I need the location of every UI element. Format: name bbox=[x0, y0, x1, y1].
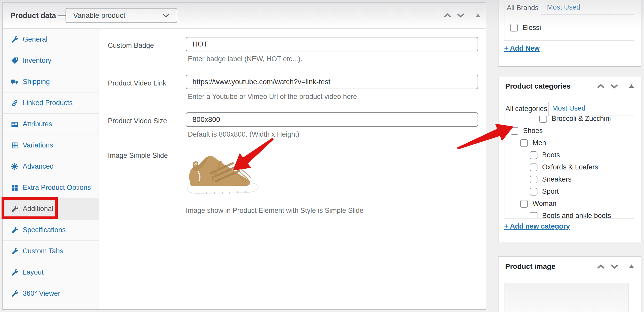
sidebar-tab-label: Linked Products bbox=[23, 99, 73, 107]
sidebar-tab-inventory[interactable]: Inventory bbox=[3, 50, 99, 71]
category-checkbox[interactable] bbox=[530, 176, 537, 183]
wrench-icon bbox=[11, 205, 19, 213]
sidebar-tab-extra-product-options[interactable]: Extra Product Options bbox=[3, 177, 99, 198]
product-data-header: Product data — Variable product bbox=[3, 3, 486, 29]
panel-controls bbox=[444, 3, 480, 28]
category-checkbox[interactable] bbox=[530, 212, 537, 219]
category-checkbox[interactable] bbox=[539, 115, 547, 123]
category-checkbox[interactable] bbox=[530, 151, 537, 159]
product-video-link-row: Product Video LinkEnter a Youtube or Vim… bbox=[99, 75, 486, 113]
categories-panel-header: Product categories bbox=[498, 77, 641, 95]
brand-checkbox[interactable] bbox=[510, 24, 518, 32]
sidebar-tab-linked-products[interactable]: Linked Products bbox=[3, 92, 99, 114]
category-row-oxfords-loafers: Oxfords & Loafers bbox=[504, 161, 634, 173]
product-image-header: Product image bbox=[498, 257, 641, 276]
sidebar-tab-custom-tabs[interactable]: Custom Tabs bbox=[3, 241, 99, 262]
sidebar-tab-label: General bbox=[23, 35, 47, 43]
category-label[interactable]: Sport bbox=[542, 188, 559, 196]
grid-icon bbox=[11, 142, 19, 149]
sidebar-tab-360-viewer[interactable]: 360° Viewer bbox=[3, 283, 99, 304]
product-video-size-label: Product Video Size bbox=[108, 117, 167, 125]
custom-badge-input[interactable] bbox=[186, 37, 478, 51]
product-video-link-help-text: Enter a Youtube or Vimeo Url of the prod… bbox=[188, 93, 359, 101]
add-new-category-link[interactable]: + Add new category bbox=[504, 222, 570, 230]
sidebar-tab-label: Layout bbox=[23, 268, 44, 276]
move-down-icon[interactable] bbox=[610, 84, 618, 89]
category-label[interactable]: Boots bbox=[542, 151, 560, 159]
blocks-icon bbox=[11, 184, 19, 192]
category-label[interactable]: Broccoli & Zucchini bbox=[552, 115, 611, 123]
custom-badge-row: Custom BadgeEnter badge label (NEW, HOT … bbox=[99, 37, 486, 76]
move-up-icon[interactable] bbox=[597, 264, 605, 269]
sidebar-tab-advanced[interactable]: Advanced bbox=[3, 156, 99, 177]
move-down-icon[interactable] bbox=[610, 264, 618, 269]
custom-badge-help-text: Enter badge label (NEW, HOT etc...). bbox=[188, 55, 302, 63]
sidebar-tab-specifications[interactable]: Specifications bbox=[3, 220, 99, 241]
tag-icon bbox=[11, 57, 19, 65]
sidebar-tab-label: Variations bbox=[23, 141, 53, 149]
brands-list[interactable]: Elessi bbox=[504, 14, 634, 41]
tan-sneaker-image[interactable] bbox=[182, 148, 262, 196]
category-label[interactable]: Woman bbox=[533, 200, 557, 208]
sidebar-tab-label: Additional bbox=[23, 205, 53, 213]
sidebar-tab-attributes[interactable]: Attributes bbox=[3, 114, 99, 135]
sidebar-tab-label: Extra Product Options bbox=[23, 184, 91, 192]
image-simple-slide-label: Image Simple Slide bbox=[108, 152, 168, 160]
move-down-icon[interactable] bbox=[457, 13, 465, 18]
tab-categories-most-used[interactable]: Most Used bbox=[552, 104, 585, 112]
sidebar-tab-label: Shipping bbox=[23, 78, 50, 86]
sidebar-tab-additional[interactable]: Additional bbox=[3, 198, 99, 220]
category-checkbox[interactable] bbox=[511, 127, 518, 135]
tab-all-brands[interactable]: All Brands bbox=[504, 1, 541, 15]
category-label[interactable]: Boots and ankle boots bbox=[542, 212, 611, 219]
category-checkbox[interactable] bbox=[520, 139, 528, 147]
category-checkbox[interactable] bbox=[530, 188, 537, 196]
collapse-triangle-icon[interactable] bbox=[629, 84, 634, 88]
sidebar-tab-label: Specifications bbox=[23, 226, 66, 234]
tab-all-categories[interactable]: All categories bbox=[504, 102, 549, 116]
brand-row: Elessi bbox=[504, 15, 634, 41]
category-row-boots: Boots bbox=[504, 149, 634, 161]
category-checkbox[interactable] bbox=[530, 163, 537, 171]
collapse-triangle-icon[interactable] bbox=[629, 264, 634, 268]
product-type-select[interactable]: Variable product bbox=[66, 8, 177, 23]
category-row-boots-and-ankle-boots: Boots and ankle boots bbox=[504, 210, 634, 219]
category-label[interactable]: Shoes bbox=[523, 127, 543, 135]
link-icon bbox=[11, 99, 19, 107]
attributes-icon bbox=[11, 120, 19, 128]
collapse-triangle-icon[interactable] bbox=[476, 14, 480, 18]
product-type-value: Variable product bbox=[73, 11, 162, 20]
wrench-icon bbox=[11, 269, 19, 276]
sidebar-tab-label: Attributes bbox=[23, 120, 52, 128]
move-up-icon[interactable] bbox=[597, 84, 605, 89]
wrench-icon bbox=[11, 36, 19, 43]
sidebar-tab-general[interactable]: General bbox=[3, 29, 99, 50]
category-tree[interactable]: Broccoli & ZucchiniShoesMenBootsOxfords … bbox=[504, 115, 634, 219]
product-video-link-input[interactable] bbox=[186, 75, 478, 89]
chevron-down-icon bbox=[162, 13, 170, 18]
categories-panel-controls bbox=[597, 77, 634, 95]
product-video-size-help-text: Default is 800x800. (Width x Height) bbox=[188, 130, 299, 138]
category-checkbox[interactable] bbox=[520, 200, 528, 208]
tab-brands-most-used[interactable]: Most Used bbox=[547, 3, 580, 11]
category-label[interactable]: Men bbox=[533, 139, 546, 147]
product-edit-screen: Product data — Variable product Genera bbox=[0, 0, 644, 312]
category-row-men: Men bbox=[504, 137, 634, 149]
product-data-tab-list: GeneralInventoryShippingLinked ProductsA… bbox=[3, 29, 99, 309]
panel-title: Product data — bbox=[10, 11, 66, 20]
category-label[interactable]: Sneakers bbox=[542, 175, 571, 183]
sidebar-tab-layout[interactable]: Layout bbox=[3, 262, 99, 283]
category-row-shoes: Shoes bbox=[504, 125, 634, 137]
category-row-woman: Woman bbox=[504, 198, 634, 210]
add-new-brand-link[interactable]: + Add New bbox=[504, 44, 540, 52]
gear-icon bbox=[11, 163, 19, 170]
brand-label[interactable]: Elessi bbox=[522, 24, 541, 32]
sidebar-tab-label: Custom Tabs bbox=[23, 247, 63, 255]
product-image-placeholder[interactable] bbox=[504, 283, 629, 312]
category-label[interactable]: Oxfords & Loafers bbox=[542, 163, 598, 171]
sidebar-tab-variations[interactable]: Variations bbox=[3, 135, 99, 156]
product-video-size-input[interactable] bbox=[186, 112, 478, 127]
move-up-icon[interactable] bbox=[444, 13, 451, 18]
sidebar-tab-shipping[interactable]: Shipping bbox=[3, 71, 99, 92]
product-video-size-row: Product Video SizeDefault is 800x800. (W… bbox=[99, 112, 486, 151]
